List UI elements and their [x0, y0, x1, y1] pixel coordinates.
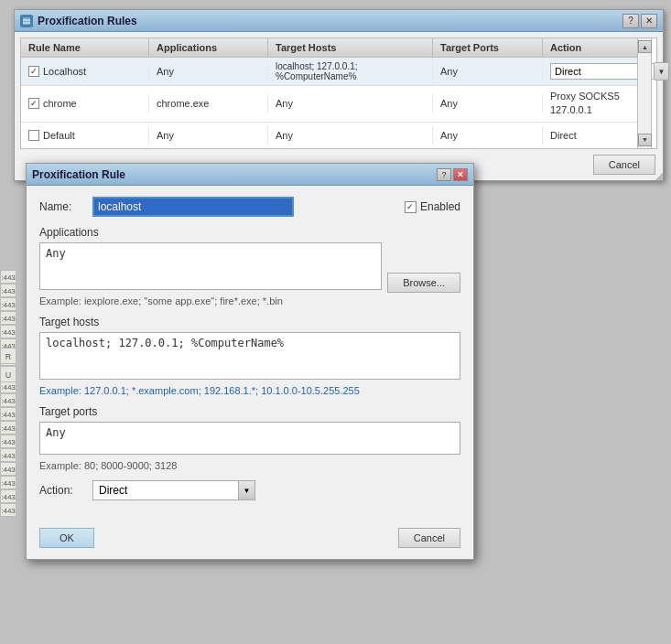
left-label: :443 — [0, 448, 16, 462]
ok-button[interactable]: OK — [39, 528, 94, 548]
cancel-button[interactable]: Cancel — [398, 528, 460, 548]
target-hosts-section: Target hosts localhost; 127.0.0.1; %Comp… — [39, 316, 460, 396]
target-hosts-label: Target hosts — [39, 316, 460, 328]
row2-ports: Any — [433, 94, 543, 113]
row1-name-cell[interactable]: ✓ Localhost — [21, 62, 149, 80]
table-header: Rule Name Applications Target Hosts Targ… — [21, 38, 642, 58]
applications-example: Example: iexplore.exe; "some app.exe"; f… — [39, 295, 460, 306]
row2-name: chrome — [43, 98, 77, 109]
left-label: :443 — [0, 393, 16, 407]
right-label-u: U — [0, 366, 16, 382]
right-label-r: R — [0, 348, 16, 364]
row1-action-cell: Direct ▼ — [543, 59, 671, 84]
left-labels: :443 :443 :443 :443 :443 :443 :443 :443 … — [0, 270, 16, 517]
left-label: :443 — [0, 421, 16, 435]
svg-rect-0 — [23, 17, 30, 25]
row3-checkbox[interactable] — [28, 130, 39, 141]
resize-handle[interactable] — [655, 173, 663, 180]
app-icon — [20, 15, 33, 27]
proxification-rule-dialog: Proxification Rule ? ✕ Name: ✓ Enabled A… — [26, 163, 474, 560]
table-row: ✓ Localhost Any localhost; 127.0.0.1;%Co… — [21, 58, 642, 86]
enabled-checkbox-container[interactable]: ✓ Enabled — [405, 200, 460, 213]
main-cancel-button[interactable]: Cancel — [593, 155, 655, 175]
row1-ports: Any — [433, 62, 543, 80]
left-label: :443 — [0, 297, 16, 311]
row2-checkbox[interactable]: ✓ — [28, 98, 39, 109]
col-target-hosts: Target Hosts — [268, 38, 433, 57]
target-hosts-example: Example: 127.0.0.1; *.example.com; 192.1… — [39, 385, 460, 396]
left-label: :443 — [0, 270, 16, 284]
target-ports-label: Target ports — [39, 405, 460, 418]
action-dropdown-arrow[interactable]: ▼ — [239, 480, 255, 500]
dialog-title-controls: ? ✕ — [437, 168, 468, 181]
target-ports-section: Target ports Any Example: 80; 8000-9000;… — [39, 405, 460, 471]
row2-hosts: Any — [268, 94, 433, 113]
row1-dropdown-arrow[interactable]: ▼ — [655, 62, 669, 80]
name-input[interactable] — [92, 197, 294, 217]
main-window-title: Proxification Rules — [38, 15, 137, 27]
applications-browse-row: Any Browse... — [39, 242, 460, 293]
left-label: :443 — [0, 435, 16, 448]
vertical-scrollbar: ▲ ▼ — [637, 38, 652, 149]
row2-action: Proxy SOCKS5127.0.0.1 — [543, 86, 642, 122]
applications-label: Applications — [39, 226, 460, 239]
dialog-body: Name: ✓ Enabled Applications Any Browse.… — [27, 186, 473, 521]
name-label: Name: — [39, 200, 85, 213]
row3-ports: Any — [433, 126, 543, 145]
table-row: ✓ chrome chrome.exe Any Any Proxy SOCKS5… — [21, 86, 642, 123]
target-ports-input[interactable]: Any — [39, 422, 460, 455]
row1-apps: Any — [149, 62, 268, 80]
row3-name-cell[interactable]: Default — [21, 126, 149, 145]
dialog-help-button[interactable]: ? — [437, 168, 451, 181]
left-label: :443 — [0, 325, 16, 338]
main-title-bar: Proxification Rules ? ✕ — [15, 10, 663, 32]
name-row: Name: ✓ Enabled — [39, 197, 460, 217]
row3-action: Direct — [543, 126, 642, 145]
scroll-up-button[interactable]: ▲ — [638, 40, 652, 53]
enabled-label: Enabled — [420, 200, 460, 213]
left-label: :443 — [0, 476, 16, 489]
row2-apps: chrome.exe — [149, 94, 268, 113]
applications-section: Applications Any Browse... Example: iexp… — [39, 226, 460, 306]
col-target-ports: Target Ports — [433, 38, 543, 57]
left-label: :443 — [0, 407, 16, 421]
row3-hosts: Any — [268, 126, 433, 145]
rules-table: Rule Name Applications Target Hosts Targ… — [20, 38, 657, 149]
target-hosts-input[interactable]: localhost; 127.0.0.1; %ComputerName% — [39, 332, 460, 380]
left-label: :443 — [0, 284, 16, 297]
action-label: Action: — [39, 484, 85, 497]
action-dropdown[interactable]: Direct Proxy SOCKS5 Block ▼ — [92, 480, 255, 500]
row1-name: Localhost — [43, 66, 86, 77]
action-select[interactable]: Direct Proxy SOCKS5 Block — [92, 480, 239, 500]
close-button[interactable]: ✕ — [641, 14, 657, 28]
col-rule-name: Rule Name — [21, 38, 149, 57]
row1-hosts: localhost; 127.0.0.1;%ComputerName% — [268, 58, 433, 85]
enabled-checkbox[interactable]: ✓ — [405, 201, 417, 213]
dialog-title: Proxification Rule — [32, 168, 125, 181]
left-label: :443 — [0, 489, 16, 503]
row2-name-cell[interactable]: ✓ chrome — [21, 94, 149, 113]
action-row: Action: Direct Proxy SOCKS5 Block ▼ — [39, 480, 460, 500]
left-label: :443 — [0, 311, 16, 325]
row3-apps: Any — [149, 126, 268, 145]
dialog-close-button[interactable]: ✕ — [453, 168, 468, 181]
col-action: Action — [543, 38, 642, 57]
col-applications: Applications — [149, 38, 268, 57]
browse-button[interactable]: Browse... — [387, 273, 460, 293]
left-label: :443 — [0, 462, 16, 476]
target-ports-example: Example: 80; 8000-9000; 3128 — [39, 460, 460, 471]
row1-checkbox[interactable]: ✓ — [28, 66, 39, 77]
scroll-down-button[interactable]: ▼ — [638, 134, 652, 146]
dialog-title-bar: Proxification Rule ? ✕ — [27, 164, 473, 186]
rules-table-container: Rule Name Applications Target Hosts Targ… — [20, 38, 657, 149]
left-label: :443 — [0, 503, 16, 517]
row3-name: Default — [43, 130, 75, 141]
applications-input[interactable]: Any — [39, 242, 382, 290]
help-button[interactable]: ? — [622, 14, 639, 28]
dialog-footer: OK Cancel — [27, 521, 473, 559]
title-controls: ? ✕ — [622, 14, 657, 28]
table-row: Default Any Any Any Direct — [21, 123, 642, 148]
main-window: Proxification Rules ? ✕ Rule Name Applic… — [14, 9, 664, 181]
